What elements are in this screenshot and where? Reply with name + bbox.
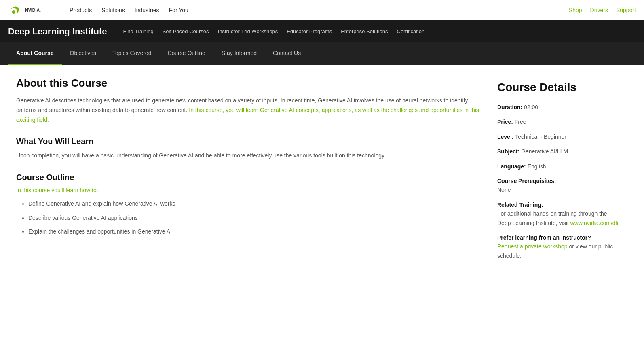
related-link[interactable]: www.nvidia.com/dli	[570, 220, 618, 226]
level-value: Technical - Beginner	[515, 134, 566, 140]
prefer-label: Prefer learning from an instructor?	[497, 234, 591, 241]
stay-informed-tab[interactable]: Stay Informed	[213, 42, 265, 65]
products-link[interactable]: Products	[70, 7, 92, 13]
course-subnav: About Course Objectives Topics Covered C…	[0, 42, 644, 65]
price-label: Price:	[497, 119, 513, 125]
find-training-link[interactable]: Find Training	[123, 28, 153, 34]
price-row: Price: Free	[497, 117, 619, 126]
svg-text:NVIDIA.: NVIDIA.	[25, 8, 41, 13]
learn-title: What You Will Learn	[16, 137, 481, 146]
top-navigation: NVIDIA. Products Solutions Industries Fo…	[0, 0, 644, 20]
solutions-link[interactable]: Solutions	[101, 7, 125, 13]
level-row: Level: Technical - Beginner	[497, 132, 619, 141]
course-details-title: Course Details	[497, 81, 619, 94]
nvidia-logo[interactable]: NVIDIA.	[8, 5, 57, 15]
outline-item-3: Explain the challenges and opportunities…	[28, 227, 481, 236]
language-value: English	[528, 163, 546, 170]
foryou-link[interactable]: For You	[169, 7, 188, 13]
prereq-value: None	[497, 187, 511, 193]
prereq-row: Course Prerequisites: None	[497, 176, 619, 195]
dli-navigation: Deep Learning Institute Find Training Se…	[0, 20, 644, 42]
about-text: Generative AI describes technologies tha…	[16, 96, 481, 125]
drivers-link[interactable]: Drivers	[590, 7, 608, 13]
top-nav-links: Products Solutions Industries For You	[70, 7, 569, 13]
price-value: Free	[515, 119, 526, 125]
enterprise-solutions-link[interactable]: Enterprise Solutions	[341, 28, 388, 34]
course-outline-tab[interactable]: Course Outline	[159, 42, 213, 65]
self-paced-link[interactable]: Self Paced Courses	[163, 28, 209, 34]
outline-item-2: Describe various Generative AI applicati…	[28, 213, 481, 222]
shop-link[interactable]: Shop	[569, 7, 582, 13]
dli-title: Deep Learning Institute	[8, 26, 107, 37]
prefer-row: Prefer learning from an instructor? Requ…	[497, 233, 619, 260]
related-row: Related Training: For additional hands-o…	[497, 200, 619, 227]
related-label: Related Training:	[497, 202, 543, 208]
main-content: About this Course Generative AI describe…	[0, 65, 644, 278]
outline-item-1: Define Generative AI and explain how Gen…	[28, 199, 481, 208]
duration-label: Duration:	[497, 104, 522, 110]
level-label: Level:	[497, 134, 513, 140]
about-course-tab[interactable]: About Course	[8, 42, 62, 65]
prefer-link[interactable]: Request a private workshop	[497, 243, 568, 250]
dli-nav-links: Find Training Self Paced Courses Instruc…	[123, 28, 424, 34]
subject-row: Subject: Generative AI/LLM	[497, 147, 619, 156]
prereq-label: Course Prerequisites:	[497, 178, 556, 184]
subject-value: Generative AI/LLM	[521, 148, 568, 155]
certification-link[interactable]: Certification	[397, 28, 425, 34]
logo-area: NVIDIA.	[8, 5, 57, 15]
language-label: Language:	[497, 163, 526, 170]
learn-text: Upon completion, you will have a basic u…	[16, 151, 481, 161]
duration-row: Duration: 02:00	[497, 103, 619, 112]
contact-us-tab[interactable]: Contact Us	[265, 42, 309, 65]
top-nav-right: Shop Drivers Support	[569, 7, 636, 13]
educator-programs-link[interactable]: Educator Programs	[287, 28, 332, 34]
nvidia-logo-icon	[8, 5, 23, 15]
industries-link[interactable]: Industries	[135, 7, 159, 13]
svg-point-0	[12, 10, 15, 14]
nvidia-wordmark: NVIDIA.	[25, 6, 57, 15]
subject-label: Subject:	[497, 148, 519, 155]
about-course-title: About this Course	[16, 77, 481, 89]
language-row: Language: English	[497, 162, 619, 171]
outline-intro: In this course you'll learn how to:	[16, 187, 481, 193]
content-left: About this Course Generative AI describe…	[16, 77, 481, 266]
support-link[interactable]: Support	[616, 7, 636, 13]
instructor-led-link[interactable]: Instructor-Led Workshops	[218, 28, 278, 34]
topics-covered-tab[interactable]: Topics Covered	[104, 42, 160, 65]
outline-title: Course Outline	[16, 173, 481, 182]
related-text: For additional hands-on training through…	[497, 210, 618, 226]
outline-list: Define Generative AI and explain how Gen…	[16, 199, 481, 236]
duration-value: 02:00	[524, 104, 538, 110]
course-details-sidebar: Course Details Duration: 02:00 Price: Fr…	[497, 77, 619, 266]
objectives-tab[interactable]: Objectives	[62, 42, 104, 65]
